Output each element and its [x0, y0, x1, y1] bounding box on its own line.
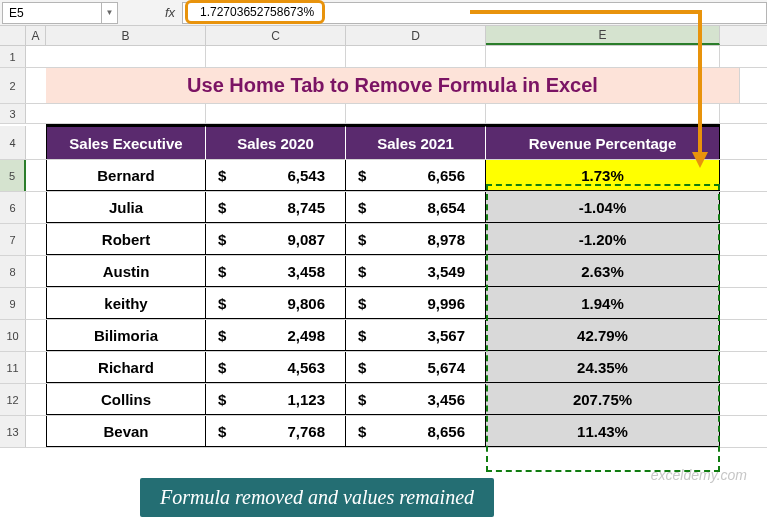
select-all-corner[interactable] — [0, 26, 26, 45]
row-header-3[interactable]: 3 — [0, 104, 26, 123]
cell-C1[interactable] — [206, 46, 346, 67]
cell-exec-10[interactable]: Bilimoria — [46, 320, 206, 351]
cell-2021-13[interactable]: $8,656 — [346, 416, 486, 447]
cell-pct-6[interactable]: -1.04% — [486, 192, 720, 223]
cell-2021-12[interactable]: $3,456 — [346, 384, 486, 415]
cell-2021-5[interactable]: $6,656 — [346, 160, 486, 191]
cell-2021-11[interactable]: $5,674 — [346, 352, 486, 383]
row-header-8[interactable]: 8 — [0, 256, 26, 287]
cell-2020-7[interactable]: $9,087 — [206, 224, 346, 255]
row-header-5[interactable]: 5 — [0, 160, 26, 191]
cell-2020-6[interactable]: $8,745 — [206, 192, 346, 223]
cell-A11[interactable] — [26, 352, 46, 383]
title-cell[interactable]: Use Home Tab to Remove Formula in Excel — [46, 68, 740, 103]
cell-B1[interactable] — [46, 46, 206, 67]
cell-exec-7[interactable]: Robert — [46, 224, 206, 255]
cell-2021-7[interactable]: $8,978 — [346, 224, 486, 255]
row-header-2[interactable]: 2 — [0, 68, 26, 103]
cell-A5[interactable] — [26, 160, 46, 191]
cell-E1[interactable] — [486, 46, 720, 67]
cell-A8[interactable] — [26, 256, 46, 287]
formula-bar: E5 ▼ fx 1.72703652758673% — [0, 0, 767, 26]
name-box[interactable]: E5 — [2, 2, 102, 24]
col-header-B[interactable]: B — [46, 26, 206, 45]
formula-input[interactable]: 1.72703652758673% — [182, 2, 767, 24]
cell-A2[interactable] — [26, 68, 46, 103]
cell-2020-11[interactable]: $4,563 — [206, 352, 346, 383]
cell-exec-12[interactable]: Collins — [46, 384, 206, 415]
cell-exec-8[interactable]: Austin — [46, 256, 206, 287]
cell-pct-11[interactable]: 24.35% — [486, 352, 720, 383]
row-header-1[interactable]: 1 — [0, 46, 26, 67]
row-header-4[interactable]: 4 — [0, 126, 26, 159]
annotation-note: Formula removed and values remained — [140, 478, 494, 517]
header-2021[interactable]: Sales 2021 — [346, 126, 486, 159]
cell-B3[interactable] — [46, 104, 206, 123]
cell-exec-5[interactable]: Bernard — [46, 160, 206, 191]
cell-A4[interactable] — [26, 126, 46, 159]
cell-2020-8[interactable]: $3,458 — [206, 256, 346, 287]
cell-A12[interactable] — [26, 384, 46, 415]
fx-icon[interactable]: fx — [158, 5, 182, 20]
cell-D1[interactable] — [346, 46, 486, 67]
cell-pct-7[interactable]: -1.20% — [486, 224, 720, 255]
cell-exec-6[interactable]: Julia — [46, 192, 206, 223]
row-header-9[interactable]: 9 — [0, 288, 26, 319]
cell-A13[interactable] — [26, 416, 46, 447]
cell-A9[interactable] — [26, 288, 46, 319]
cell-A10[interactable] — [26, 320, 46, 351]
col-header-E[interactable]: E — [486, 26, 720, 45]
header-2020[interactable]: Sales 2020 — [206, 126, 346, 159]
row-header-12[interactable]: 12 — [0, 384, 26, 415]
col-header-A[interactable]: A — [26, 26, 46, 45]
cell-2020-13[interactable]: $7,768 — [206, 416, 346, 447]
cell-pct-8[interactable]: 2.63% — [486, 256, 720, 287]
cell-E3[interactable] — [486, 104, 720, 123]
cell-A3[interactable] — [26, 104, 46, 123]
row-header-6[interactable]: 6 — [0, 192, 26, 223]
cell-pct-13[interactable]: 11.43% — [486, 416, 720, 447]
cell-pct-9[interactable]: 1.94% — [486, 288, 720, 319]
formula-highlight: 1.72703652758673% — [185, 0, 325, 24]
cell-A6[interactable] — [26, 192, 46, 223]
cell-pct-12[interactable]: 207.75% — [486, 384, 720, 415]
cell-exec-11[interactable]: Richard — [46, 352, 206, 383]
row-header-7[interactable]: 7 — [0, 224, 26, 255]
cell-exec-9[interactable]: keithy — [46, 288, 206, 319]
cell-2021-6[interactable]: $8,654 — [346, 192, 486, 223]
spreadsheet-grid: A B C D E 1 2 Use Home Tab to Remove For… — [0, 26, 767, 448]
cell-2021-8[interactable]: $3,549 — [346, 256, 486, 287]
row-header-11[interactable]: 11 — [0, 352, 26, 383]
cell-2021-9[interactable]: $9,996 — [346, 288, 486, 319]
cell-A7[interactable] — [26, 224, 46, 255]
cell-2020-10[interactable]: $2,498 — [206, 320, 346, 351]
cell-C3[interactable] — [206, 104, 346, 123]
formula-value: 1.72703652758673% — [196, 5, 314, 19]
header-rev[interactable]: Revenue Percentage — [486, 126, 720, 159]
name-box-dropdown[interactable]: ▼ — [102, 2, 118, 24]
row-header-13[interactable]: 13 — [0, 416, 26, 447]
col-header-D[interactable]: D — [346, 26, 486, 45]
cell-pct-5[interactable]: 1.73% — [486, 160, 720, 191]
cell-D3[interactable] — [346, 104, 486, 123]
header-exec[interactable]: Sales Executive — [46, 126, 206, 159]
cell-exec-13[interactable]: Bevan — [46, 416, 206, 447]
cell-A1[interactable] — [26, 46, 46, 67]
cell-2020-9[interactable]: $9,806 — [206, 288, 346, 319]
cell-pct-10[interactable]: 42.79% — [486, 320, 720, 351]
watermark: exceldemy.com — [651, 467, 747, 483]
cell-2020-5[interactable]: $6,543 — [206, 160, 346, 191]
cell-2020-12[interactable]: $1,123 — [206, 384, 346, 415]
cell-2021-10[interactable]: $3,567 — [346, 320, 486, 351]
column-headers: A B C D E — [0, 26, 767, 46]
row-header-10[interactable]: 10 — [0, 320, 26, 351]
col-header-C[interactable]: C — [206, 26, 346, 45]
